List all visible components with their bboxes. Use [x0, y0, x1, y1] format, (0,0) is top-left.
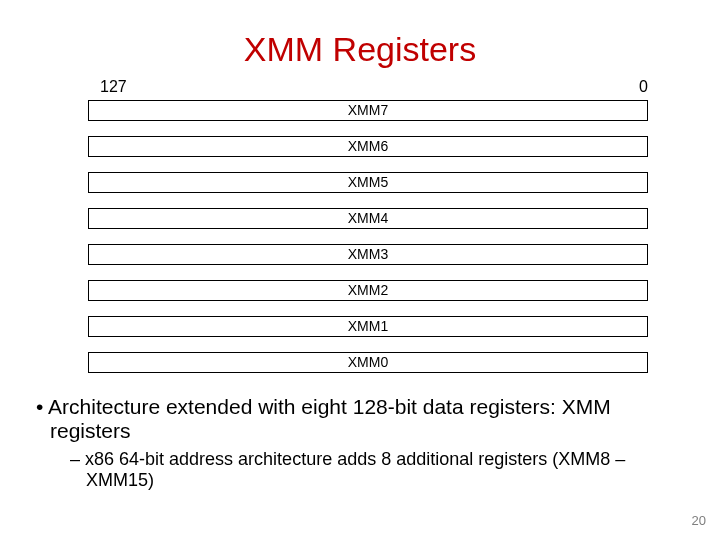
register-row: XMM5 — [88, 172, 648, 208]
bit-label-high: 127 — [100, 78, 127, 96]
register-row: XMM7 — [88, 100, 648, 136]
register-row: XMM3 — [88, 244, 648, 280]
register-label: XMM4 — [88, 208, 648, 229]
register-label: XMM7 — [88, 100, 648, 121]
page-number: 20 — [692, 513, 706, 528]
register-row: XMM2 — [88, 280, 648, 316]
bullet-level-1: Architecture extended with eight 128-bit… — [36, 395, 690, 443]
register-row: XMM0 — [88, 352, 648, 388]
register-row: XMM1 — [88, 316, 648, 352]
register-label: XMM3 — [88, 244, 648, 265]
bullet-list: Architecture extended with eight 128-bit… — [30, 395, 690, 491]
register-label: XMM0 — [88, 352, 648, 373]
bullet-level-2: x86 64-bit address architecture adds 8 a… — [70, 449, 690, 490]
register-label: XMM1 — [88, 316, 648, 337]
register-row: XMM6 — [88, 136, 648, 172]
register-diagram: XMM7 XMM6 XMM5 XMM4 XMM3 XMM2 XMM1 XMM0 — [88, 100, 648, 388]
bit-label-low: 0 — [639, 78, 648, 96]
slide: XMM Registers 127 0 XMM7 XMM6 XMM5 XMM4 … — [0, 0, 720, 540]
register-label: XMM6 — [88, 136, 648, 157]
register-label: XMM5 — [88, 172, 648, 193]
register-row: XMM4 — [88, 208, 648, 244]
page-title: XMM Registers — [0, 30, 720, 69]
register-label: XMM2 — [88, 280, 648, 301]
